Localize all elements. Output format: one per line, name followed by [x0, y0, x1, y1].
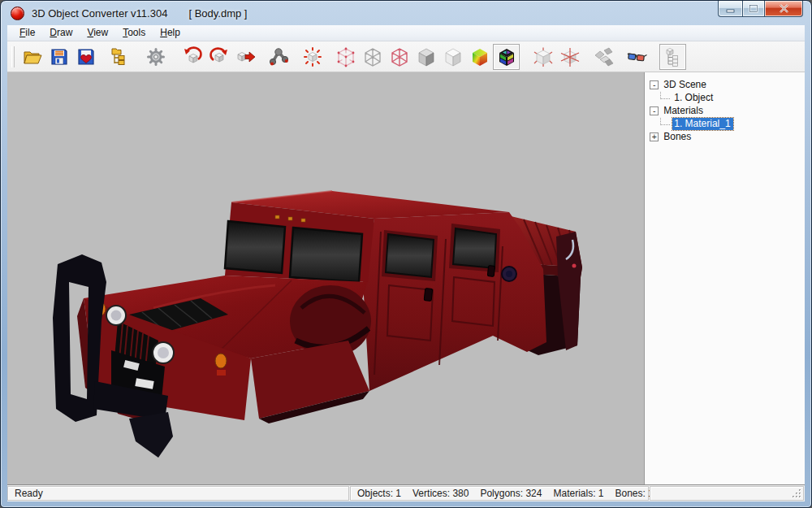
tree-label[interactable]: Materials — [662, 105, 706, 117]
toolbar — [7, 41, 805, 72]
expand-icon[interactable]: + — [650, 132, 659, 141]
open-folder-button[interactable] — [19, 44, 45, 70]
menu-help[interactable]: Help — [153, 25, 188, 41]
tree-node-bones[interactable]: + Bones — [650, 130, 805, 143]
wireframe-pale-cube-icon — [335, 46, 356, 67]
cube-rays-icon — [302, 46, 323, 67]
collapse-icon[interactable]: - — [650, 80, 659, 89]
status-bones: Bones: 1 — [615, 488, 654, 499]
rotate-object-left-button[interactable] — [179, 44, 205, 70]
menu-draw[interactable]: Draw — [42, 25, 80, 41]
status-objects: Objects: 1 — [357, 488, 401, 499]
axes-cube-icon — [559, 46, 581, 67]
titlebar[interactable]: 3D Object Converter v11.304 [ Body.dmp ] — [1, 1, 811, 25]
vertex-axes-button[interactable] — [556, 44, 583, 70]
color-shaded-display-button[interactable] — [466, 44, 493, 70]
wireframe-gray-button[interactable] — [359, 44, 386, 70]
menu-file[interactable]: File — [12, 25, 42, 41]
settings-gear-icon — [145, 46, 166, 67]
open-folder-icon — [22, 46, 43, 67]
status-vertices: Vertices: 380 — [412, 488, 469, 499]
solid-gray-cube-icon — [416, 46, 437, 67]
wireframe-red-cube-icon — [389, 46, 410, 67]
vertex-molecule-icon — [269, 46, 290, 67]
smooth-display-button[interactable] — [439, 44, 466, 70]
folder-tree-button[interactable] — [106, 44, 132, 70]
save-favorite-icon — [76, 46, 97, 67]
rotate-object-right-button[interactable] — [205, 44, 232, 70]
settings-gear-button[interactable] — [142, 44, 169, 70]
tree-label[interactable]: 3D Scene — [662, 79, 709, 91]
minimize-icon — [726, 5, 736, 13]
statusbar: Ready Objects: 1 Vertices: 380 Polygons:… — [7, 484, 805, 501]
app-window: 3D Object Converter v11.304 [ Body.dmp ]… — [0, 0, 812, 508]
status-polygons: Polygons: 324 — [480, 488, 542, 499]
menu-view[interactable]: View — [80, 25, 115, 41]
textured-cube-icon — [496, 46, 517, 67]
tree-node-materials[interactable]: - Materials — [650, 104, 805, 117]
window-controls — [718, 1, 803, 17]
maximize-button[interactable] — [742, 1, 765, 17]
tree-node-3d-scene[interactable]: - 3D Scene — [650, 78, 805, 91]
status-ready-panel: Ready — [7, 486, 349, 501]
status-materials: Materials: 1 — [553, 488, 603, 499]
translate-object-button[interactable] — [232, 44, 259, 70]
rotate-left-icon — [182, 46, 203, 67]
tree-connector — [660, 118, 670, 125]
collapse-icon[interactable]: - — [650, 106, 659, 115]
close-button[interactable] — [765, 1, 803, 17]
status-ready-text: Ready — [15, 488, 43, 499]
tree-label-selected[interactable]: 1. Material_1 — [672, 118, 732, 130]
wireframe-red-button[interactable] — [386, 44, 412, 70]
menubar: File Draw View Tools Help — [7, 25, 805, 41]
face-normals-cube-icon — [533, 46, 554, 67]
scene-tree-toggle-button[interactable] — [659, 44, 686, 70]
wireframe-pale-button[interactable] — [332, 44, 359, 70]
anaglyph-glasses-icon — [626, 46, 647, 67]
flat-polygons-icon — [593, 46, 614, 67]
minimize-button[interactable] — [718, 1, 742, 17]
flat-shading-button[interactable] — [590, 44, 616, 70]
textured-display-button[interactable] — [493, 44, 520, 70]
tree-connector — [660, 92, 670, 99]
scene-tree-panel: - 3D Scene 1. Object - Materials 1. Mate… — [644, 72, 805, 486]
tree-node-material-1[interactable]: 1. Material_1 — [650, 117, 805, 130]
tree-node-object[interactable]: 1. Object — [650, 91, 805, 104]
tree-label[interactable]: 1. Object — [672, 92, 715, 104]
translate-icon — [235, 46, 257, 67]
hummer-model — [7, 72, 644, 486]
point-display-button[interactable] — [299, 44, 326, 70]
wireframe-gray-cube-icon — [362, 46, 383, 67]
menu-tools[interactable]: Tools — [115, 25, 153, 41]
face-normals-button[interactable] — [529, 44, 556, 70]
app-icon — [11, 7, 24, 20]
document-title: [ Body.dmp ] — [188, 7, 247, 20]
save-file-icon — [49, 46, 70, 67]
client-area: - 3D Scene 1. Object - Materials 1. Mate… — [7, 72, 805, 486]
save-favorite-button[interactable] — [72, 44, 99, 70]
status-empty-panel — [650, 486, 804, 501]
window-title: 3D Object Converter v11.304 — [32, 7, 167, 20]
tree-label[interactable]: Bones — [662, 131, 693, 143]
status-stats-panel: Objects: 1 Vertices: 380 Polygons: 324 M… — [350, 486, 649, 501]
scene-tree-icon — [663, 46, 684, 67]
3d-viewport[interactable] — [7, 72, 644, 486]
rotate-right-icon — [209, 46, 230, 67]
solid-display-button[interactable] — [412, 44, 439, 70]
save-file-button[interactable] — [45, 44, 72, 70]
rainbow-cube-icon — [469, 46, 490, 67]
anaglyph-glasses-button[interactable] — [623, 44, 650, 70]
resize-grip[interactable] — [792, 488, 802, 499]
solid-white-cube-icon — [443, 46, 464, 67]
close-icon — [779, 4, 789, 13]
folder-tree-icon — [109, 46, 130, 67]
vertex-mode-button[interactable] — [266, 44, 292, 70]
maximize-icon — [749, 4, 758, 13]
toolbar-grip[interactable] — [11, 46, 15, 67]
